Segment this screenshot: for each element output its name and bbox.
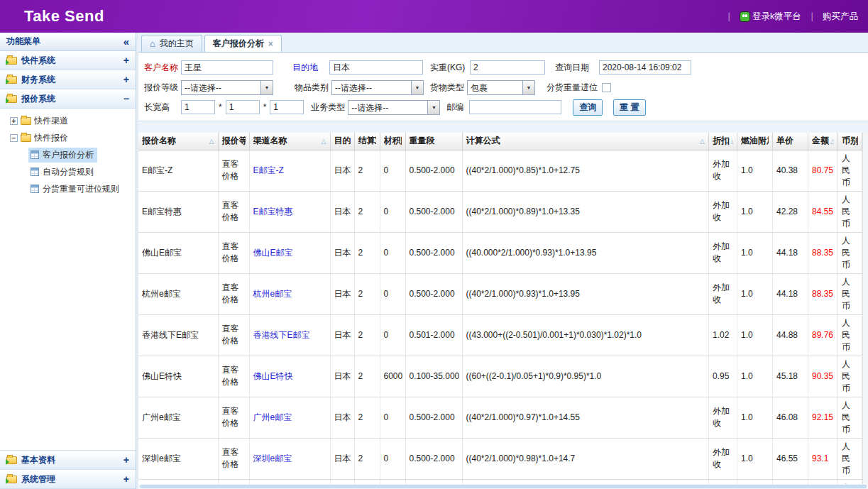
cell-channel-name[interactable]: 广州E特快	[249, 479, 330, 484]
column-header-destination[interactable]: 目的地	[330, 133, 354, 150]
cell-channel-name[interactable]: E邮宝-Z	[249, 150, 330, 191]
dimension-separator: *	[219, 102, 222, 112]
cell-channel-name[interactable]: 杭州e邮宝	[249, 273, 330, 314]
cell-quote-name: 佛山E邮宝	[138, 232, 218, 273]
channel-link[interactable]: E邮宝-Z	[253, 165, 284, 175]
horizontal-scrollbar[interactable]	[138, 484, 868, 489]
tab-my-home[interactable]: ⌂ 我的主页	[141, 35, 202, 52]
column-header-fuel-surcharge[interactable]: 燃油附加	[737, 133, 773, 150]
column-header-channel-name[interactable]: 渠道名称△	[249, 133, 330, 150]
sidebar-collapse-icon[interactable]: «	[123, 35, 129, 48]
query-form: 客户名称 目的地 实重(KG) 查询日期 报价等级 --请选择-- ▼ 物品类别	[138, 53, 868, 121]
cell-amount: 93.31	[808, 479, 838, 484]
sidebar-section-express-system[interactable]: 快件系统+	[0, 51, 136, 70]
cell-formula: ((43.000+((2-0.501)/0.001+1)*0.030)*1.02…	[462, 314, 709, 356]
table-icon	[31, 185, 39, 193]
customer-name-input[interactable]	[181, 60, 273, 75]
sort-icon: △	[209, 138, 214, 145]
cell-weight-range: 0.100-35.000	[405, 356, 462, 397]
query-date-input[interactable]	[599, 60, 691, 75]
column-header-weight-range[interactable]: 重量段	[405, 133, 462, 150]
cell-quote-level: 直客价格	[218, 191, 249, 232]
wechat-login-label: 登录k微平台	[752, 11, 801, 23]
column-header-billing-weight[interactable]: 结算重量	[354, 133, 380, 150]
column-header-formula[interactable]: 计算公式△	[462, 133, 709, 150]
cell-channel-name[interactable]: 佛山E特快	[249, 356, 330, 397]
horizontal-scrollbar-thumb[interactable]	[140, 485, 867, 488]
cargo-type-value: 包裹	[468, 81, 522, 94]
tree-item-auto-split-rule[interactable]: 自动分货规则	[0, 163, 136, 180]
tree-node-express-channel[interactable]: +快件渠道	[0, 112, 136, 129]
expand-icon[interactable]: +	[10, 117, 18, 125]
channel-link[interactable]: 深圳e邮宝	[253, 454, 292, 463]
cell-channel-name[interactable]: E邮宝特惠	[249, 191, 330, 232]
buy-product-link[interactable]: 购买产品	[823, 11, 858, 23]
split-weight-carry-label: 分货重量进位	[546, 82, 598, 94]
cell-quote-name: 杭州e邮宝	[138, 273, 218, 314]
dimension-separator: *	[263, 102, 267, 112]
cell-channel-name[interactable]: 广州e邮宝	[249, 397, 330, 438]
cell-fuel-surcharge: 1.0	[737, 232, 773, 273]
tree-item-customer-quote-analysis[interactable]: 客户报价分析	[0, 146, 136, 163]
vertical-scrollbar[interactable]	[862, 133, 868, 484]
cell-channel-name[interactable]: 深圳e邮宝	[249, 438, 330, 479]
channel-link[interactable]: 佛山E特快	[253, 371, 293, 381]
column-header-currency[interactable]: 币别△	[838, 133, 862, 150]
sidebar-section-basic-data[interactable]: 基本资料+	[0, 451, 136, 470]
cell-weight-range: 0.100-35.000	[405, 479, 462, 484]
length-input[interactable]	[181, 100, 215, 114]
channel-link[interactable]: 广州e邮宝	[253, 412, 292, 422]
sidebar-section-system-management[interactable]: 系统管理+	[0, 470, 136, 489]
sidebar-section-quote-system[interactable]: 报价系统−	[0, 89, 136, 109]
amount-value: 90.35	[812, 371, 833, 381]
reset-button[interactable]: 重 置	[613, 99, 645, 116]
search-button[interactable]: 查询	[573, 99, 603, 116]
cell-billing-weight: 2	[354, 150, 380, 191]
column-header-discount[interactable]: 折扣△	[709, 133, 737, 150]
cell-formula: ((40*2/1.000)*0.97)*1.0+14.55	[462, 397, 709, 438]
channel-link[interactable]: 佛山E邮宝	[253, 248, 293, 258]
results-grid: 报价名称△报价等级渠道名称△目的地结算重量材积除重量段计算公式△折扣△燃油附加单…	[138, 133, 868, 484]
cell-unit-price: 40.38	[773, 150, 808, 191]
cell-channel-name[interactable]: 佛山E邮宝	[249, 232, 330, 273]
sidebar-bottom-sections: 基本资料+系统管理+	[0, 450, 136, 489]
business-type-select[interactable]: --请选择-- ▼	[348, 100, 440, 115]
item-category-select[interactable]: --请选择-- ▼	[331, 80, 424, 95]
zip-input[interactable]	[469, 100, 561, 114]
channel-link[interactable]: E邮宝特惠	[253, 207, 293, 216]
cell-amount: 90.35	[808, 356, 838, 397]
sidebar-tree: +快件渠道−快件报价客户报价分析自动分货规则分货重量可进位规则	[0, 109, 136, 450]
tree-node-express-quote[interactable]: −快件报价	[0, 129, 136, 146]
weight-input[interactable]	[470, 60, 545, 75]
amount-value: 88.35	[812, 248, 833, 258]
collapse-icon[interactable]: −	[10, 134, 18, 142]
cell-channel-name[interactable]: 香港线下E邮宝	[249, 314, 330, 356]
cell-fuel-surcharge: 1.0	[737, 314, 773, 356]
sort-icon: △	[731, 138, 733, 145]
cell-quote-name: 广州e邮宝	[138, 397, 218, 438]
channel-link[interactable]: 杭州e邮宝	[253, 289, 292, 299]
close-icon[interactable]: ×	[268, 39, 273, 49]
channel-link[interactable]: 香港线下E邮宝	[253, 330, 310, 340]
column-header-quote-level[interactable]: 报价等级	[218, 133, 249, 150]
wechat-login-link[interactable]: 登录k微平台	[740, 11, 801, 23]
column-header-volume-divisor[interactable]: 材积除	[380, 133, 405, 150]
tree-item-label: 自动分货规则	[43, 166, 94, 178]
quote-level-label: 报价等级	[144, 82, 181, 94]
cell-discount: 外加收	[709, 191, 737, 232]
tree-item-inner: 分货重量可进位规则	[28, 182, 123, 197]
column-header-quote-name[interactable]: 报价名称△	[138, 133, 218, 150]
folder-arrow-icon	[6, 95, 17, 103]
cargo-type-select[interactable]: 包裹 ▼	[467, 80, 535, 95]
destination-input[interactable]	[329, 60, 423, 75]
column-header-amount[interactable]: 金额△	[808, 133, 838, 150]
content-panel: ⌂ 我的主页 客户报价分析 × 客户名称 目的地 实重(KG) 查询日期	[138, 33, 868, 489]
tab-customer-quote-analysis[interactable]: 客户报价分析 ×	[204, 35, 282, 52]
tree-item-split-weight-carry-rule[interactable]: 分货重量可进位规则	[0, 180, 136, 197]
column-header-unit-price[interactable]: 单价	[773, 133, 808, 150]
width-input[interactable]	[226, 100, 260, 114]
split-weight-carry-checkbox[interactable]	[602, 83, 611, 92]
height-input[interactable]	[270, 100, 304, 114]
quote-level-select[interactable]: --请选择-- ▼	[181, 80, 273, 95]
sidebar-section-finance-system[interactable]: 财务系统+	[0, 70, 136, 89]
